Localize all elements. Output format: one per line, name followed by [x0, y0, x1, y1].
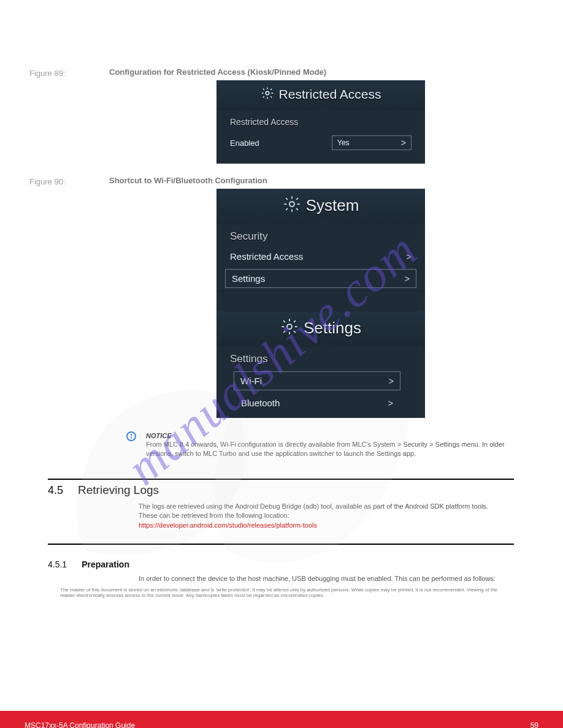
restricted-access-title: Restricted Access	[279, 87, 381, 102]
chevron-right-icon: >	[401, 138, 406, 148]
figure-90: Figure 90: Shortcut to Wi-Fi/Bluetooth C…	[29, 176, 532, 418]
enabled-dropdown[interactable]: Yes >	[332, 135, 412, 150]
disclaimer: The master of this document is stored on…	[29, 583, 532, 598]
figure-89-caption: Configuration for Restricted Access (Kio…	[109, 67, 532, 77]
figure-90-label: Figure 90:	[29, 176, 109, 186]
restricted-access-item: Restricted Access	[230, 251, 303, 262]
settings-title: Settings	[304, 319, 361, 338]
enabled-value: Yes	[337, 138, 350, 147]
system-title: System	[306, 196, 359, 215]
footer: MSC17xx-5A Configuration Guide 59	[0, 711, 563, 728]
gear-icon	[283, 195, 301, 216]
enabled-label: Enabled	[230, 138, 259, 148]
footer-left: MSC17xx-5A Configuration Guide	[25, 721, 135, 728]
restricted-access-section: Restricted Access	[216, 111, 425, 131]
gear-icon	[280, 317, 299, 338]
chevron-right-icon: >	[388, 398, 393, 408]
security-label: Security	[216, 224, 425, 246]
svg-point-2	[287, 324, 292, 329]
figure-90-caption: Shortcut to Wi-Fi/Bluetooth Configuratio…	[109, 176, 532, 185]
enabled-row: Enabled Yes >	[216, 131, 425, 155]
chevron-right-icon: >	[405, 274, 410, 284]
svg-point-0	[266, 91, 269, 95]
footer-page-number: 59	[530, 721, 538, 728]
bluetooth-item: Bluetooth	[241, 398, 280, 408]
svg-point-1	[289, 202, 294, 207]
wifi-item: Wi-Fi	[240, 376, 262, 386]
settings-item: Settings	[232, 273, 265, 284]
settings-row[interactable]: Settings >	[225, 269, 416, 288]
settings-section: Settings	[216, 347, 425, 369]
chevron-right-icon: >	[389, 376, 394, 386]
chevron-right-icon: >	[407, 252, 412, 262]
bluetooth-row[interactable]: Bluetooth >	[216, 393, 425, 413]
restricted-access-row[interactable]: Restricted Access >	[216, 246, 425, 267]
restricted-access-panel: Restricted Access Restricted Access Enab…	[216, 80, 425, 164]
gear-icon	[261, 86, 274, 102]
system-panel: System Security Restricted Access > Sett…	[216, 189, 425, 418]
wifi-row[interactable]: Wi-Fi >	[234, 371, 400, 390]
figure-89: Figure 89: Configuration for Restricted …	[29, 67, 532, 164]
figure-89-label: Figure 89:	[29, 67, 109, 78]
